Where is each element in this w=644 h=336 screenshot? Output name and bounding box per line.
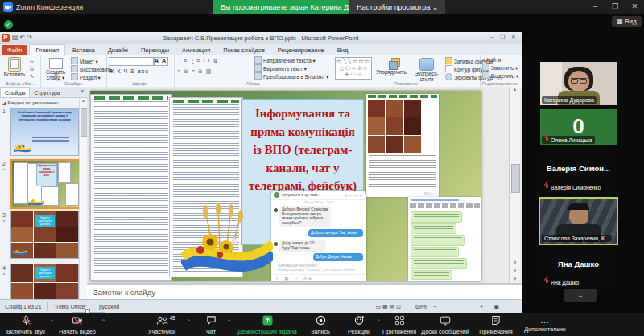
slides-panel-scrollbar[interactable]: ▲ bbox=[79, 98, 87, 299]
mic-options-chevron[interactable]: ⌃ bbox=[50, 318, 54, 324]
apps-icon bbox=[394, 315, 405, 326]
chat-button[interactable]: Чат bbox=[196, 315, 225, 335]
zoom-in-button[interactable]: + bbox=[480, 300, 483, 314]
section-triangle-icon: ◢ bbox=[2, 100, 6, 105]
align-text-button[interactable]: Выровнять текст ▾ bbox=[254, 64, 328, 72]
share-screen-button[interactable]: Демонстрация экрана bbox=[237, 315, 298, 335]
minimize-icon: — bbox=[353, 193, 359, 198]
shared-powerpoint-window: P ▤↶↷ Захаревич С.В.Презентация робота з… bbox=[0, 32, 522, 313]
layout-icon bbox=[71, 57, 78, 64]
record-button[interactable]: Запись bbox=[304, 315, 336, 335]
slides-panel-tabs: СлайдыСтруктура ✕ bbox=[0, 87, 87, 98]
participant-video-stanislav-speaking[interactable]: Станіслав Захаревич, К... bbox=[539, 197, 618, 245]
shape-fill-icon bbox=[445, 57, 452, 64]
more-button[interactable]: … Дополнительно bbox=[522, 315, 568, 333]
notes-pane[interactable]: Заметки к слайду bbox=[87, 283, 522, 299]
previous-slide-button[interactable]: ⇞ bbox=[510, 260, 520, 265]
replace-icon bbox=[482, 64, 489, 71]
font-format-buttons[interactable]: Ж К Ч S abc bbox=[109, 68, 149, 74]
participants-icon bbox=[156, 315, 168, 326]
chevron-down-icon: ⌄ bbox=[432, 3, 439, 11]
new-slide-button[interactable]: Создать слайд ▾ bbox=[42, 55, 69, 81]
section-icon bbox=[71, 73, 78, 80]
slide-thumbnail-4[interactable]: Надання гуманітарної допомоги bbox=[10, 264, 79, 300]
panel-close-icon[interactable]: ✕ bbox=[80, 88, 85, 95]
notes-button[interactable]: Примечания bbox=[475, 315, 517, 335]
slide-thumbnail-1[interactable]: Особливості взаємодії органів влади тимч… bbox=[10, 108, 79, 156]
tab-outline[interactable]: Структура bbox=[30, 88, 64, 97]
group-label-slides: Слайды bbox=[40, 81, 106, 86]
start-video-button[interactable]: Начать видео bbox=[56, 315, 98, 335]
whiteboards-button[interactable]: Доски сообщений bbox=[420, 315, 470, 335]
participant-tile-yana[interactable]: Яна Дашко Яна Дашко bbox=[540, 245, 617, 288]
video-options-chevron[interactable]: ⌃ bbox=[101, 318, 105, 324]
fit-to-window-button[interactable]: ▣ bbox=[493, 300, 499, 314]
view-options-button[interactable]: Настройки просмотра ⌄ bbox=[349, 0, 445, 14]
meeting-security-shield-icon[interactable]: ✓ bbox=[4, 20, 13, 29]
unmute-button[interactable]: Включить звук bbox=[3, 315, 48, 335]
participant-tile-valeria[interactable]: Валерія Симон... Валерія Симоненко bbox=[540, 150, 617, 193]
slides-panel: СлайдыСтруктура ✕ ◢ Раздел по умолчанию … bbox=[0, 87, 88, 299]
arrange-button[interactable]: Упорядочить bbox=[375, 56, 407, 76]
arrange-icon bbox=[385, 58, 398, 69]
person-glasses bbox=[571, 78, 587, 82]
participants-button[interactable]: 45 Участники bbox=[138, 315, 185, 335]
reactions-button[interactable]: Реакции bbox=[341, 315, 377, 335]
chat-contact-name: Актуально в це пові... bbox=[282, 193, 320, 197]
slide-scrollbar[interactable]: ▲ ⇞ ⇟ ▼ bbox=[509, 87, 520, 283]
text-direction-button[interactable]: Направление текста ▾ bbox=[254, 56, 328, 64]
next-slide-button[interactable]: ⇟ bbox=[510, 268, 520, 273]
participant-tile-olena[interactable]: 0 Олена Лихацька bbox=[540, 109, 617, 145]
find-button[interactable]: ⌕ Найти bbox=[482, 57, 518, 64]
thumb2-flower bbox=[28, 199, 44, 207]
close-button[interactable]: ✕ bbox=[631, 2, 638, 10]
status-slide-info: Слайд 1 из 21 bbox=[5, 304, 42, 309]
zoom-out-button[interactable]: − bbox=[433, 300, 436, 314]
share-screen-icon bbox=[262, 315, 273, 326]
participants-options-chevron[interactable]: ⌃ bbox=[187, 318, 191, 324]
photos-grid bbox=[368, 100, 421, 153]
section-header[interactable]: ◢ Раздел по умолчанию bbox=[2, 100, 58, 105]
more-participants-button[interactable]: ⌄ bbox=[564, 289, 597, 302]
chat-message-in: Доїду завтра до 12! буду! Тоді чекаю bbox=[279, 240, 326, 252]
chat-bubble bbox=[411, 235, 465, 246]
photos-panel-header bbox=[368, 95, 437, 98]
chat-message-out: Добре, Дякую, Чекаю bbox=[313, 253, 363, 261]
clipboard-small-buttons[interactable]: ✂ ⧉ ✎ bbox=[30, 58, 34, 80]
gallery-view-button[interactable]: ▦ Вид bbox=[612, 16, 642, 27]
participant-name-label: Яна Дашко bbox=[542, 278, 581, 286]
paste-button[interactable]: Вставить bbox=[2, 55, 27, 78]
apps-button[interactable]: Приложения bbox=[378, 315, 420, 335]
smartart-button[interactable]: Преобразовать в SmartArt ▾ bbox=[254, 72, 328, 80]
ppt-window-controls[interactable]: – ❐ ✕ bbox=[490, 34, 518, 40]
align-buttons[interactable]: ≡ ≣ ≡ ≣ ▥ bbox=[177, 68, 212, 75]
shapes-gallery[interactable]: ▭ ╲ ╲ ▭ ▭ ▭ △ ⬡ ⇨ ⇩ ◇ ✛ ◜ ◝ ☆ bbox=[335, 57, 372, 80]
thumb4-bluebox: Надання гуманітарної допомоги bbox=[35, 267, 55, 279]
chat-options-chevron[interactable]: ⌃ bbox=[227, 318, 231, 324]
status-language[interactable]: русский bbox=[99, 304, 119, 309]
tab-home[interactable]: Главная bbox=[29, 44, 65, 55]
tab-slides-thumbnails[interactable]: Слайды bbox=[0, 87, 30, 97]
paragraph-right-buttons: Направление текста ▾ Выровнять текст ▾ П… bbox=[254, 56, 328, 80]
select-button[interactable]: Выделить ▾ bbox=[482, 72, 518, 80]
person-hair bbox=[568, 203, 589, 210]
quick-styles-button[interactable]: Экспресс-стили bbox=[409, 56, 444, 83]
slide-thumbnail-2-selected[interactable]: Інформування та пряма комунікація із ВПО bbox=[10, 159, 80, 209]
thumb1-title: Особливості взаємодії органів влади тимч… bbox=[11, 109, 78, 121]
scrollbar-thumb[interactable] bbox=[511, 164, 520, 193]
slide-thumbnail-3[interactable]: Надання гуманітарної допомоги bbox=[10, 211, 79, 259]
groupchat-title-line bbox=[411, 199, 459, 201]
dropdown-caret-icon: ▾ bbox=[326, 74, 328, 80]
animation-star-icon: ✶ bbox=[0, 219, 8, 223]
view-mode-buttons[interactable]: ▭ ▦ ▤ ⊡ bbox=[375, 300, 401, 314]
participant-name-label: Катерина Дудорова bbox=[542, 96, 597, 104]
minimize-button[interactable]: – bbox=[593, 2, 597, 10]
restore-button[interactable]: ❐ bbox=[612, 2, 618, 10]
font-size-buttons[interactable]: А А bbox=[155, 58, 167, 64]
mic-muted-icon bbox=[21, 315, 31, 326]
record-icon bbox=[316, 315, 326, 326]
replace-button[interactable]: Заменить ▾ bbox=[482, 64, 518, 72]
list-buttons[interactable]: ⋮≡ ⋮≡ ‹ › ⇅ bbox=[177, 58, 218, 64]
participant-video-katerina[interactable]: Катерина Дудорова bbox=[540, 62, 617, 105]
scroll-down-icon: ▼ bbox=[510, 277, 520, 281]
